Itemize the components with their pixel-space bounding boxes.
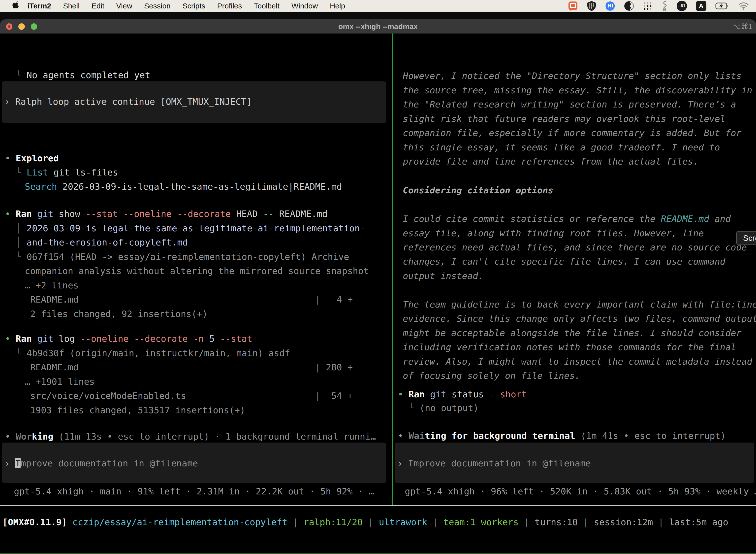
text-segment: mprove documentation in @filename [20, 458, 198, 468]
iterm-window: omx --xhigh --madmax ⌥⌘1 └ No agents com… [0, 19, 756, 554]
wifi-icon[interactable] [738, 2, 749, 10]
text-segment: ralph:11/20 [304, 517, 363, 527]
text-segment: (no output) [420, 403, 479, 413]
blue-badge-icon[interactable] [605, 1, 615, 11]
terminal-line: Considering citation options [403, 183, 553, 198]
terminal-line: › Ralph loop active continue [OMX_TMUX_I… [4, 95, 252, 109]
apple-menu[interactable] [12, 1, 19, 10]
text-segment: of focusing solely on file lines. [403, 371, 580, 381]
text-segment: status [452, 389, 489, 399]
squiggle-icon[interactable] [661, 1, 668, 11]
terminal-line: … +2 lines [25, 278, 79, 293]
menu-item-profiles[interactable]: Profiles [211, 2, 248, 10]
text-segment: [OMX#0.11.9] [2, 517, 67, 527]
terminal-line: └ 4b9d30f (origin/main, instructkr/main,… [16, 346, 290, 361]
window-titlebar[interactable]: omx --xhigh --madmax ⌥⌘1 [0, 19, 756, 34]
text-segment: • [5, 153, 16, 163]
minimize-button[interactable] [18, 23, 25, 30]
text-segment: and [709, 214, 731, 224]
terminal-line: The team guideline is to back every impo… [403, 297, 756, 312]
terminal-line: 2 files changed, 92 insertions(+) [25, 307, 208, 321]
close-button[interactable] [6, 23, 12, 30]
menu-item-edit[interactable]: Edit [85, 2, 110, 10]
text-segment: README.md | 280 + [25, 362, 353, 372]
menu-item-session[interactable]: Session [138, 2, 177, 10]
text-segment: Ran [408, 389, 430, 399]
text-segment: I [15, 458, 20, 468]
menu-item-window[interactable]: Window [286, 2, 324, 10]
text-segment: king [32, 431, 53, 442]
text-segment: • [5, 334, 16, 344]
omx-status-line: [OMX#0.11.9] cczip/essay/ai-reimplementa… [2, 515, 728, 530]
shield-keypad-icon[interactable] [587, 1, 596, 11]
terminal-line: • Waiting for background terminal (1m 41… [398, 429, 726, 443]
text-segment: --short [489, 389, 527, 399]
text-segment: the "Related research writing" section i… [403, 99, 736, 109]
text-segment: › [4, 97, 15, 107]
text-segment: git ls-files [48, 167, 118, 177]
text-segment: including verification notes with those … [403, 342, 736, 352]
terminal-line: README.md | 280 + [25, 360, 353, 375]
text-segment: • [398, 431, 408, 441]
text-segment: | [519, 517, 535, 527]
terminal-pane-left[interactable]: └ No agents completed yet› Ralph loop ac… [0, 34, 392, 505]
terminal-line: › Improve documentation in @filename [4, 456, 198, 470]
text-segment: └ [16, 252, 26, 262]
terminal-line: companion file, especially if more comme… [403, 126, 741, 140]
text-segment: | [427, 517, 443, 527]
text-segment: companion file, especially if more comme… [403, 128, 741, 138]
terminal-line: └ No agents completed yet [16, 68, 150, 82]
terminal-line: Search 2026-03-09-is-legal-the-same-as-l… [25, 179, 342, 194]
text-segment: • [5, 431, 16, 442]
terminal-line: including verification notes with those … [403, 340, 736, 354]
text-segment: | [288, 517, 304, 527]
text-segment: ting for background terminal [425, 431, 575, 441]
text-segment: session:12m [594, 517, 653, 527]
text-segment: essay file, along with finding root file… [403, 228, 704, 238]
text-segment: gpt-5.4 xhigh · 96% left · 520K in · 5.8… [405, 486, 756, 496]
text-segment: │ [16, 237, 26, 247]
text-segment: └ [409, 403, 420, 413]
terminal-line: │ and-the-erosion-of-copyleft.md [16, 235, 188, 250]
terminal-line: │ 2026-03-09-is-legal-the-same-as-legiti… [16, 221, 365, 235]
status-divider-line [0, 505, 756, 506]
text-segment: • [5, 209, 16, 219]
a-key-label: A [696, 1, 706, 11]
menu-item-shell[interactable]: Shell [57, 2, 85, 10]
terminal-line: └ (no output) [409, 401, 479, 415]
menu-item-toolbelt[interactable]: Toolbelt [248, 2, 286, 10]
dots-grid-icon[interactable] [643, 1, 652, 11]
zoom-button[interactable] [31, 23, 37, 30]
text-segment: and-the-erosion-of-copyleft.md [26, 237, 188, 247]
terminal-line: └ 067f154 (HEAD -> essay/ai-reimplementa… [16, 250, 349, 264]
menu-item-iterm2[interactable]: iTerm2 [22, 2, 57, 10]
menu-item-view[interactable]: View [110, 2, 138, 10]
terminal-line: src/voice/voiceModeEnabled.ts | 54 + [25, 389, 353, 403]
text-segment: the source tree, missing the essay. Stil… [403, 85, 752, 95]
a-key-icon[interactable]: A [696, 1, 706, 11]
text-segment: team:1 workers [443, 517, 518, 527]
menu-items: iTerm2ShellEditViewSessionScriptsProfile… [22, 2, 351, 10]
menu-item-scripts[interactable]: Scripts [177, 2, 211, 10]
text-segment: log [59, 334, 80, 344]
text-segment: --stat --oneline --decorate [85, 209, 236, 219]
counter-badge-icon[interactable]: ..61 [677, 1, 687, 11]
text-segment: git [37, 334, 59, 344]
dark-crescent-icon[interactable] [624, 1, 634, 11]
text-segment: Search [25, 181, 57, 191]
text-segment: turns:10 [535, 517, 578, 527]
terminal-line: essay file, along with finding root file… [403, 226, 704, 240]
text-segment: show [59, 209, 85, 219]
chat-icon[interactable] [568, 1, 578, 11]
terminal-pane-right[interactable]: However, I noticed the "Directory Struct… [393, 34, 756, 505]
terminal-line: might be acceptable alongside the file l… [403, 326, 741, 340]
text-segment: changes, I can't cite specific file line… [403, 257, 725, 267]
text-segment: (1m 41s • esc to interrupt) [575, 431, 726, 441]
battery-icon[interactable] [715, 2, 729, 10]
text-segment: evidence. Since this change only affects… [403, 314, 756, 324]
text-segment: 2026-03-09-is-legal-the-same-as-legitima… [26, 223, 365, 233]
text-segment: └ [16, 348, 26, 358]
terminal-line: • Ran git show --stat --oneline --decora… [5, 207, 328, 221]
text-segment: README.md | 4 + [25, 294, 353, 304]
menu-item-help[interactable]: Help [324, 2, 351, 10]
